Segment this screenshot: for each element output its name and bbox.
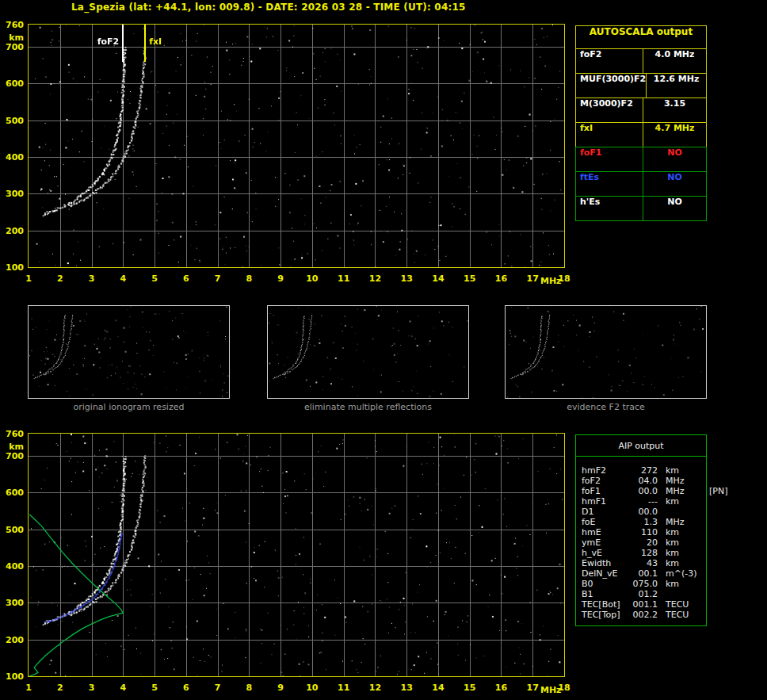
autoscala-panel-title: AUTOSCALA output bbox=[575, 25, 707, 49]
aip-value: 20 bbox=[628, 537, 658, 548]
aip-unit: MHz bbox=[666, 486, 685, 496]
x-tick-label: 13 bbox=[397, 683, 416, 693]
x-tick-label: 7 bbox=[208, 683, 227, 693]
aip-name: B0 bbox=[582, 579, 628, 589]
aip-row-hmF2: hmF2272km bbox=[576, 465, 706, 476]
x-tick-label: 1 bbox=[19, 683, 38, 693]
aip-value: --- bbox=[628, 496, 658, 507]
aip-name: foE bbox=[582, 517, 628, 527]
x-axis-unit: MHz bbox=[540, 685, 562, 695]
aip-name: DelN_vE bbox=[582, 568, 628, 579]
fxi-marker-label: fxI bbox=[149, 36, 162, 47]
autoscala-row-foF2: foF24.0 MHz bbox=[575, 48, 707, 74]
aip-value: 00.0 bbox=[628, 507, 658, 517]
fxi-marker-line bbox=[144, 25, 146, 62]
x-tick-label: 5 bbox=[145, 683, 164, 693]
x-tick-label: 12 bbox=[365, 273, 384, 284]
aip-panel-title: AIP output bbox=[576, 435, 706, 457]
aip-row-suffix: [PN] bbox=[709, 486, 727, 496]
y-tick-label: 700 bbox=[0, 451, 24, 461]
aip-unit: km bbox=[666, 579, 679, 589]
x-tick-label: 7 bbox=[208, 273, 227, 284]
aip-value: 00.0 bbox=[628, 486, 658, 496]
aip-value: 001.1 bbox=[628, 599, 658, 610]
aip-row-TEC[Bot]: TEC[Bot]001.1TECU bbox=[576, 599, 706, 610]
aip-value: 110 bbox=[628, 527, 658, 537]
aip-unit: TECU bbox=[666, 610, 689, 620]
autoscala-param-value: 12.6 MHz bbox=[647, 74, 706, 98]
thumbnail-f2-evidence-canvas bbox=[506, 306, 706, 398]
x-tick-label: 4 bbox=[113, 683, 132, 693]
aip-value: 075.0 bbox=[628, 579, 658, 589]
aip-row-hmF1: hmF1---km bbox=[576, 496, 706, 507]
x-tick-label: 16 bbox=[491, 683, 510, 693]
aip-value: 272 bbox=[628, 465, 658, 476]
x-tick-label: 15 bbox=[460, 683, 479, 693]
y-tick-label: 300 bbox=[0, 598, 24, 608]
autoscala-row-M(3000)F2: M(3000)F23.15 bbox=[575, 98, 707, 123]
aip-unit: MHz bbox=[666, 517, 685, 527]
thumbnail-caption: evidence F2 trace bbox=[505, 402, 707, 412]
autoscala-row-h'Es: h'EsNO bbox=[575, 196, 707, 221]
y-tick-label: 500 bbox=[0, 525, 24, 535]
aip-name: D1 bbox=[582, 507, 628, 517]
y-tick-label: 760 bbox=[0, 429, 24, 439]
bottom-ionogram-canvas bbox=[29, 434, 564, 676]
aip-value: 128 bbox=[628, 548, 658, 558]
aip-name: TEC[Top] bbox=[582, 610, 628, 620]
y-tick-label: 100 bbox=[0, 671, 24, 682]
x-tick-label: 14 bbox=[429, 273, 448, 284]
autoscala-param-value: 4.0 MHz bbox=[643, 49, 706, 73]
aip-row-DelN_vE: DelN_vE00.1m^(-3) bbox=[576, 568, 706, 579]
aip-name: hmE bbox=[582, 527, 628, 537]
autoscala-row-MUF(3000)F2: MUF(3000)F212.6 MHz bbox=[575, 73, 707, 98]
aip-row-foF1: foF100.0MHz[PN] bbox=[576, 486, 706, 496]
y-tick-label: 700 bbox=[0, 42, 24, 52]
autoscala-param-value: NO bbox=[643, 197, 706, 220]
aip-rows: hmF2272kmfoF204.0MHzfoF100.0MHz[PN]hmF1-… bbox=[576, 465, 706, 620]
aip-row-TEC[Top]: TEC[Top]002.2TECU bbox=[576, 610, 706, 620]
thumbnail-original-canvas bbox=[29, 306, 229, 398]
aip-value: 43 bbox=[628, 558, 658, 568]
y-tick-label: 500 bbox=[0, 116, 24, 126]
aip-name: hmF2 bbox=[582, 465, 628, 476]
aip-row-D1: D100.0 bbox=[576, 507, 706, 517]
x-tick-label: 1 bbox=[19, 273, 38, 284]
y-tick-label: 200 bbox=[0, 226, 24, 236]
x-tick-label: 16 bbox=[491, 273, 510, 284]
aip-value: 04.0 bbox=[628, 476, 658, 486]
autoscala-param-name: M(3000)F2 bbox=[576, 98, 643, 122]
x-tick-label: 15 bbox=[460, 273, 479, 284]
y-axis-unit: km bbox=[0, 442, 24, 452]
aip-row-B1: B101.2 bbox=[576, 589, 706, 599]
autoscala-param-value: 4.7 MHz bbox=[643, 123, 706, 147]
aip-name: Ewidth bbox=[582, 558, 628, 568]
autoscala-rows: foF24.0 MHzMUF(3000)F212.6 MHzM(3000)F23… bbox=[575, 48, 707, 221]
aip-row-ymE: ymE20km bbox=[576, 537, 706, 548]
x-tick-label: 6 bbox=[177, 273, 196, 284]
aip-unit: km bbox=[666, 558, 679, 568]
aip-unit: km bbox=[666, 465, 679, 476]
y-tick-label: 600 bbox=[0, 78, 24, 89]
autoscala-param-name: ftEs bbox=[576, 172, 643, 196]
x-tick-label: 11 bbox=[334, 683, 353, 693]
autoscala-output-panel: AUTOSCALA output foF24.0 MHzMUF(3000)F21… bbox=[575, 25, 707, 221]
aip-row-foE: foE1.3MHz bbox=[576, 517, 706, 527]
aip-value: 002.2 bbox=[628, 610, 658, 620]
autoscala-param-value: NO bbox=[643, 172, 706, 196]
aip-output-panel: AIP output hmF2272kmfoF204.0MHzfoF100.0M… bbox=[575, 434, 707, 626]
y-tick-label: 400 bbox=[0, 561, 24, 572]
aip-unit: km bbox=[666, 496, 679, 507]
station-date-time-header: La_Spezia (lat: +44.1, lon: 009.8) - DAT… bbox=[71, 2, 466, 13]
x-tick-label: 3 bbox=[82, 273, 101, 284]
autoscala-param-value: 3.15 bbox=[643, 98, 706, 122]
aip-unit: km bbox=[666, 527, 679, 537]
aip-name: foF1 bbox=[582, 486, 628, 496]
x-tick-label: 10 bbox=[303, 273, 322, 284]
autoscala-param-name: foF1 bbox=[576, 147, 643, 171]
x-tick-label: 5 bbox=[145, 273, 164, 284]
autoscala-param-name: h'Es bbox=[576, 197, 643, 220]
thumbnail-caption: original ionogram resized bbox=[28, 402, 230, 412]
y-tick-label: 300 bbox=[0, 189, 24, 199]
autoscala-row-ftEs: ftEsNO bbox=[575, 171, 707, 197]
